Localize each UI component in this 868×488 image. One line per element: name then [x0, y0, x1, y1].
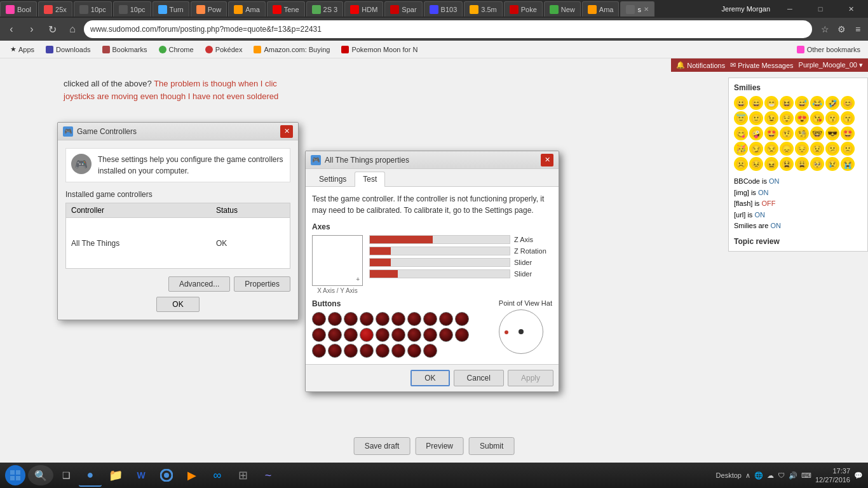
tab-poke[interactable]: Poke — [504, 1, 543, 17]
maximize-button[interactable]: □ — [806, 0, 835, 18]
bookmark-pokedex[interactable]: Pokédex — [200, 43, 248, 57]
network-icon[interactable]: 🌐 — [754, 471, 763, 480]
btn-21[interactable] — [312, 344, 326, 358]
smiley-24[interactable]: 🤩 — [841, 126, 855, 140]
btn-19[interactable] — [439, 328, 453, 342]
home-button[interactable]: ⌂ — [64, 20, 81, 38]
btn-16[interactable] — [391, 328, 405, 342]
atp-apply-button[interactable]: Apply — [508, 370, 553, 386]
btn-20[interactable] — [455, 328, 469, 342]
tab-ama1[interactable]: Ama — [228, 1, 266, 17]
private-messages-link[interactable]: ✉ Private Messages — [730, 61, 793, 69]
extensions-icon[interactable]: ⚙ — [834, 22, 849, 37]
smiley-38[interactable]: 🥺 — [810, 157, 824, 171]
smiley-21[interactable]: 🧐 — [795, 126, 809, 140]
gc-close-button[interactable]: ✕ — [280, 125, 293, 138]
expand-icon[interactable]: ∧ — [745, 471, 750, 480]
tab-10pc2[interactable]: 10pc — [113, 1, 151, 17]
smiley-1[interactable]: 😀 — [734, 96, 748, 110]
smiley-11[interactable]: 😉 — [764, 111, 778, 125]
bookmark-apps[interactable]: ★ Apps — [5, 43, 39, 57]
smiley-9[interactable]: 😇 — [734, 111, 748, 125]
taskbar-vlc-app[interactable]: ▶ — [180, 464, 203, 487]
taskbar-app6[interactable]: ⊞ — [231, 464, 254, 487]
tab-spar[interactable]: Spar — [384, 1, 422, 17]
btn-25[interactable] — [376, 344, 390, 358]
btn-9[interactable] — [439, 312, 453, 326]
table-row[interactable]: All The Things OK — [66, 218, 290, 269]
smiley-15[interactable]: 😗 — [825, 111, 839, 125]
smiley-6[interactable]: 😂 — [810, 96, 824, 110]
taskbar-chrome2-app[interactable] — [155, 464, 178, 487]
user-menu[interactable]: Purple_Moogle_00 ▾ — [799, 61, 863, 69]
smiley-4[interactable]: 😆 — [780, 96, 794, 110]
notifications-link[interactable]: 🔔 Notifications — [676, 61, 725, 69]
btn-14[interactable] — [360, 328, 374, 342]
btn-3[interactable] — [344, 312, 358, 326]
bookmark-amazon[interactable]: Amazon.com: Buying — [248, 43, 335, 57]
start-button[interactable] — [5, 465, 25, 485]
bookmark-chrome[interactable]: Chrome — [154, 43, 199, 57]
smiley-22[interactable]: 🤓 — [810, 126, 824, 140]
address-bar[interactable]: www.sudomod.com/forum/posting.php?mode=q… — [84, 20, 812, 38]
btn-5[interactable] — [376, 312, 390, 326]
keyboard-icon[interactable]: ⌨ — [801, 471, 811, 480]
close-button[interactable]: ✕ — [836, 0, 865, 18]
btn-8[interactable] — [423, 312, 437, 326]
smiley-20[interactable]: 🤨 — [780, 126, 794, 140]
smiley-18[interactable]: 🤪 — [749, 126, 763, 140]
tab-new[interactable]: New — [544, 1, 581, 17]
btn-22[interactable] — [328, 344, 342, 358]
forward-button[interactable]: › — [23, 20, 41, 38]
advanced-button[interactable]: Advanced... — [168, 276, 230, 292]
taskbar-arduino-app[interactable]: ∞ — [206, 464, 229, 487]
smiley-31[interactable]: 😕 — [825, 142, 839, 156]
smiley-32[interactable]: 🙁 — [841, 142, 855, 156]
tab-close-icon[interactable]: ✕ — [644, 6, 649, 13]
smiley-13[interactable]: 😍 — [795, 111, 809, 125]
smiley-40[interactable]: 😭 — [841, 157, 855, 171]
smiley-2[interactable]: 😄 — [749, 96, 763, 110]
btn-26[interactable] — [391, 344, 405, 358]
smiley-36[interactable]: 😫 — [780, 157, 794, 171]
bookmark-other[interactable]: Other bookmarks — [794, 46, 863, 53]
smiley-8[interactable]: 😊 — [841, 96, 855, 110]
back-button[interactable]: ‹ — [3, 20, 20, 38]
smiley-19[interactable]: 🤩 — [764, 126, 778, 140]
smiley-34[interactable]: 😣 — [749, 157, 763, 171]
tab-ama2[interactable]: Ama — [582, 1, 620, 17]
tab-2s3[interactable]: 2S 3 — [306, 1, 344, 17]
bookmark-pokemon-moon[interactable]: Pokemon Moon for N — [336, 43, 423, 57]
smiley-16[interactable]: 😙 — [841, 111, 855, 125]
task-view-button[interactable]: ❑ — [56, 465, 76, 485]
search-button[interactable]: 🔍 — [28, 465, 53, 485]
tab-settings[interactable]: Settings — [311, 172, 355, 186]
taskbar-files-app[interactable]: 📁 — [104, 464, 127, 487]
gc-ok-button[interactable]: OK — [156, 297, 199, 312]
atp-cancel-button[interactable]: Cancel — [454, 370, 504, 386]
tab-test[interactable]: Test — [355, 172, 385, 187]
smiley-14[interactable]: 😘 — [810, 111, 824, 125]
tab-bool[interactable]: Bool — [0, 1, 37, 17]
smiley-23[interactable]: 😎 — [825, 126, 839, 140]
btn-23[interactable] — [344, 344, 358, 358]
tab-s-active[interactable]: s ✕ — [620, 1, 654, 17]
smiley-3[interactable]: 😁 — [764, 96, 778, 110]
tab-turn[interactable]: Turn — [153, 1, 189, 17]
smiley-5[interactable]: 😅 — [795, 96, 809, 110]
smiley-17[interactable]: 😋 — [734, 126, 748, 140]
btn-12[interactable] — [328, 328, 342, 342]
smiley-26[interactable]: 😏 — [749, 142, 763, 156]
bookmark-downloads[interactable]: Downloads — [41, 43, 95, 57]
smiley-33[interactable]: ☹️ — [734, 157, 748, 171]
atp-ok-button[interactable]: OK — [410, 370, 449, 386]
btn-7[interactable] — [407, 312, 421, 326]
taskbar-chrome-app[interactable]: ● — [79, 464, 102, 487]
btn-6[interactable] — [391, 312, 405, 326]
bookmark-bookmarks[interactable]: Bookmarks — [97, 43, 153, 57]
btn-27[interactable] — [407, 344, 421, 358]
taskbar-word-app[interactable]: W — [130, 464, 153, 487]
tab-35m[interactable]: 3.5m — [464, 1, 502, 17]
bookmark-star-icon[interactable]: ☆ — [817, 22, 832, 37]
submit-button[interactable]: Submit — [469, 437, 514, 455]
